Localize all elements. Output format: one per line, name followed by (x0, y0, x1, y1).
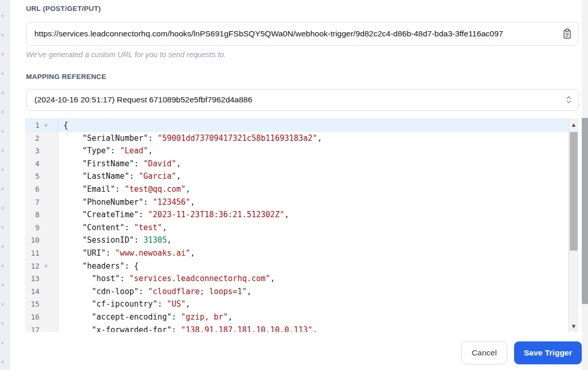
editor-line[interactable]: 3 "Type": "Lead", (25, 144, 568, 157)
line-number: 3 (25, 144, 40, 157)
mapping-reference-select[interactable]: (2024-10-16 20:51:17) Request 671089b52e… (26, 89, 579, 111)
line-number: 15 (25, 298, 40, 311)
line-gutter: 12v (25, 260, 58, 273)
code-line-content: "host": "services.leadconnectorhq.com", (58, 272, 275, 285)
line-gutter: 4 (25, 157, 58, 170)
line-number: 2 (25, 132, 40, 145)
fold-spacer (40, 221, 58, 234)
fold-spacer (40, 208, 58, 221)
webhook-url-input[interactable] (26, 22, 579, 46)
fold-spacer (40, 170, 58, 183)
code-line-content: "Email": "test@qq.com", (58, 183, 190, 196)
editor-line[interactable]: 15 "cf-ipcountry": "US", (25, 298, 568, 311)
editor-line[interactable]: 1v{ (25, 119, 568, 132)
line-number: 1 (25, 119, 40, 132)
line-gutter: 15 (25, 298, 58, 311)
line-gutter: 6 (25, 183, 58, 196)
page-scrollbar-thumb[interactable] (582, 118, 588, 304)
page-scrollbar[interactable] (582, 0, 588, 370)
editor-line[interactable]: 14 "cdn-loop": "cloudflare; loops=1", (25, 285, 568, 298)
json-code-editor[interactable]: 1v{2 "SerialNumber": "59001dd73709417321… (25, 118, 579, 332)
save-trigger-button[interactable]: Save Trigger (514, 341, 582, 364)
line-gutter: 13 (25, 272, 58, 285)
editor-scrollbar[interactable]: ▲ ▼ (568, 119, 579, 332)
fold-spacer (40, 311, 58, 324)
fold-arrow-icon[interactable]: v (40, 260, 58, 273)
fold-spacer (40, 234, 58, 247)
line-number: 14 (25, 285, 40, 298)
fold-spacer (40, 272, 58, 285)
fold-spacer (40, 183, 58, 196)
editor-line[interactable]: 11 "URI": "www.newoaks.ai", (25, 247, 568, 260)
code-line-content: "LastName": "Garcia", (58, 170, 181, 183)
editor-line[interactable]: 12v "headers": { (25, 260, 568, 273)
code-line-content: "cdn-loop": "cloudflare; loops=1", (58, 285, 251, 298)
line-number: 16 (25, 311, 40, 324)
editor-line[interactable]: 8 "CreateTime": "2023-11-23T18:36:21.512… (25, 208, 568, 221)
line-gutter: 1v (25, 119, 58, 132)
line-gutter: 9 (25, 221, 58, 234)
line-gutter: 5 (25, 170, 58, 183)
line-number: 11 (25, 247, 40, 260)
url-helper-text: We've generated a custom URL for you to … (26, 50, 226, 59)
code-line-content: "URI": "www.newoaks.ai", (58, 247, 195, 260)
line-number: 13 (25, 272, 40, 285)
editor-scrollbar-thumb[interactable] (570, 132, 578, 250)
fold-spacer (40, 132, 58, 145)
code-line-content: "Content": "test", (58, 221, 167, 234)
line-number: 5 (25, 170, 40, 183)
fold-spacer (40, 324, 58, 333)
code-line-content: "PhoneNumber": "123456", (58, 196, 195, 209)
fold-spacer (40, 196, 58, 209)
editor-line[interactable]: 9 "Content": "test", (25, 221, 568, 234)
line-gutter: 10 (25, 234, 58, 247)
editor-line[interactable]: 2 "SerialNumber": "59001dd73709417321c58… (25, 132, 568, 145)
editor-line[interactable]: 17 "x-forwarded-for": "138.91.187.181,10… (25, 324, 568, 333)
line-number: 8 (25, 208, 40, 221)
line-gutter: 14 (25, 285, 58, 298)
mapping-reference-label: MAPPING REFERENCE (26, 73, 106, 81)
mapping-reference-value: (2024-10-16 20:51:17) Request 671089b52e… (34, 95, 252, 104)
code-line-content: { (58, 119, 68, 132)
fold-spacer (40, 298, 58, 311)
code-line-content: "accept-encoding": "gzip, br", (58, 311, 233, 324)
editor-line[interactable]: 4 "FirstName": "David", (25, 157, 568, 170)
code-line-content: "headers": { (58, 260, 139, 273)
scroll-up-arrow-icon[interactable]: ▲ (569, 121, 579, 129)
line-gutter: 3 (25, 144, 58, 157)
line-number: 12 (25, 260, 40, 273)
line-number: 4 (25, 157, 40, 170)
editor-line[interactable]: 16 "accept-encoding": "gzip, br", (25, 311, 568, 324)
scroll-down-arrow-icon[interactable]: ▼ (569, 322, 579, 331)
code-line-content: "cf-ipcountry": "US", (58, 298, 190, 311)
code-line-content: "SerialNumber": "59001dd73709417321c58b1… (58, 132, 322, 145)
url-field-wrap (26, 22, 579, 46)
line-gutter: 7 (25, 196, 58, 209)
code-line-content: "SessionID": 31305, (58, 234, 172, 247)
editor-line[interactable]: 13 "host": "services.leadconnectorhq.com… (25, 272, 568, 285)
code-line-content: "x-forwarded-for": "138.91.187.181,10.10… (58, 324, 317, 333)
cancel-button[interactable]: Cancel (461, 341, 507, 364)
line-gutter: 16 (25, 311, 58, 324)
fold-spacer (40, 144, 58, 157)
fold-arrow-icon[interactable]: v (40, 119, 58, 132)
editor-lines[interactable]: 1v{2 "SerialNumber": "59001dd73709417321… (25, 119, 568, 332)
line-number: 6 (25, 183, 40, 196)
fold-spacer (40, 247, 58, 260)
fold-spacer (40, 285, 58, 298)
up-down-chevrons-icon (566, 95, 572, 105)
canvas-dot-strip (0, 0, 10, 370)
line-gutter: 11 (25, 247, 58, 260)
code-line-content: "Type": "Lead", (58, 144, 153, 157)
line-number: 9 (25, 221, 40, 234)
line-number: 17 (25, 324, 40, 333)
editor-line[interactable]: 5 "LastName": "Garcia", (25, 170, 568, 183)
editor-line[interactable]: 6 "Email": "test@qq.com", (25, 183, 568, 196)
line-gutter: 2 (25, 132, 58, 145)
editor-line[interactable]: 7 "PhoneNumber": "123456", (25, 196, 568, 209)
fold-spacer (40, 157, 58, 170)
url-label: URL (POST/GET/PUT) (26, 5, 101, 12)
copy-clipboard-icon[interactable] (563, 29, 571, 39)
editor-line[interactable]: 10 "SessionID": 31305, (25, 234, 568, 247)
line-number: 7 (25, 196, 40, 209)
